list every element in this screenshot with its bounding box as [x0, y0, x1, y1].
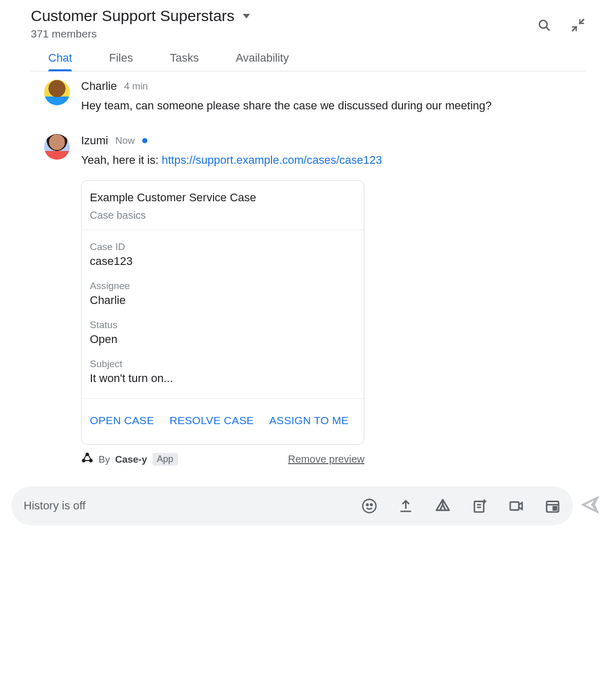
chevron-down-icon	[243, 14, 250, 18]
tab-availability[interactable]: Availability	[236, 51, 289, 71]
svg-rect-17	[510, 502, 519, 510]
message-composer[interactable]: History is off	[11, 486, 573, 525]
new-message-indicator	[142, 138, 147, 143]
svg-point-7	[83, 460, 85, 462]
app-name: Case-y	[115, 454, 147, 465]
message-author: Charlie	[81, 80, 117, 93]
svg-point-11	[371, 504, 372, 505]
field-value: Open	[90, 333, 356, 346]
card-footer: By Case-y App Remove preview	[81, 452, 364, 467]
space-title: Customer Support Superstars	[31, 7, 235, 25]
svg-point-10	[367, 504, 368, 505]
message-time: Now	[116, 135, 135, 146]
search-icon[interactable]	[537, 18, 551, 32]
upload-icon[interactable]	[398, 498, 414, 514]
emoji-icon[interactable]	[361, 498, 377, 514]
card-field: Assignee Charlie	[90, 280, 356, 307]
card-field: Subject It won't turn on...	[90, 358, 356, 385]
svg-point-9	[363, 499, 376, 512]
new-doc-icon[interactable]	[472, 498, 488, 514]
message: Charlie 4 min Hey team, can someone plea…	[44, 80, 585, 115]
field-value: Charlie	[90, 294, 356, 307]
open-case-button[interactable]: OPEN CASE	[90, 414, 154, 427]
composer-placeholder: History is off	[24, 499, 361, 512]
member-count: 371 members	[31, 28, 250, 40]
calendar-icon[interactable]	[545, 498, 561, 514]
card-field: Status Open	[90, 319, 356, 346]
by-label: By	[99, 454, 110, 465]
message-text-prefix: Yeah, here it is:	[81, 154, 162, 166]
composer-row: History is off	[0, 477, 616, 525]
card-subtitle: Case basics	[90, 209, 356, 221]
field-label: Case ID	[90, 241, 356, 253]
tab-tasks[interactable]: Tasks	[170, 51, 199, 71]
webhook-icon	[81, 452, 93, 467]
app-badge: App	[152, 453, 178, 466]
assign-to-me-button[interactable]: ASSIGN TO ME	[270, 414, 349, 427]
card-title: Example Customer Service Case	[90, 191, 356, 204]
video-icon[interactable]	[508, 498, 524, 514]
field-label: Status	[90, 319, 356, 331]
field-value: It won't turn on...	[90, 372, 356, 385]
tabs: Chat Files Tasks Availability	[31, 40, 585, 71]
svg-line-1	[546, 27, 549, 30]
tab-files[interactable]: Files	[109, 51, 132, 71]
tab-chat[interactable]: Chat	[48, 51, 72, 71]
resolve-case-button[interactable]: RESOLVE CASE	[169, 414, 254, 427]
space-title-row[interactable]: Customer Support Superstars	[31, 7, 250, 25]
svg-point-8	[90, 460, 92, 462]
collapse-icon[interactable]	[571, 18, 585, 32]
field-label: Subject	[90, 358, 356, 370]
avatar[interactable]	[44, 134, 70, 160]
message-link[interactable]: https://support.example.com/cases/case12…	[162, 154, 382, 166]
message: Izumi Now Yeah, here it is: https://supp…	[44, 134, 585, 467]
message-text: Hey team, can someone please share the c…	[81, 97, 585, 115]
send-button[interactable]	[581, 496, 605, 516]
card-field: Case ID case123	[90, 241, 356, 268]
field-label: Assignee	[90, 280, 356, 292]
avatar[interactable]	[44, 80, 70, 105]
svg-rect-20	[553, 506, 556, 509]
link-preview-card: Example Customer Service Case Case basic…	[81, 180, 364, 445]
message-list: Charlie 4 min Hey team, can someone plea…	[0, 71, 616, 477]
space-header: Customer Support Superstars 371 members …	[0, 0, 616, 71]
remove-preview-link[interactable]: Remove preview	[288, 453, 364, 465]
message-author: Izumi	[81, 134, 108, 147]
svg-point-0	[540, 21, 547, 28]
message-time: 4 min	[124, 81, 148, 92]
message-text: Yeah, here it is: https://support.exampl…	[81, 151, 585, 169]
field-value: case123	[90, 255, 356, 268]
drive-icon[interactable]	[434, 498, 451, 514]
